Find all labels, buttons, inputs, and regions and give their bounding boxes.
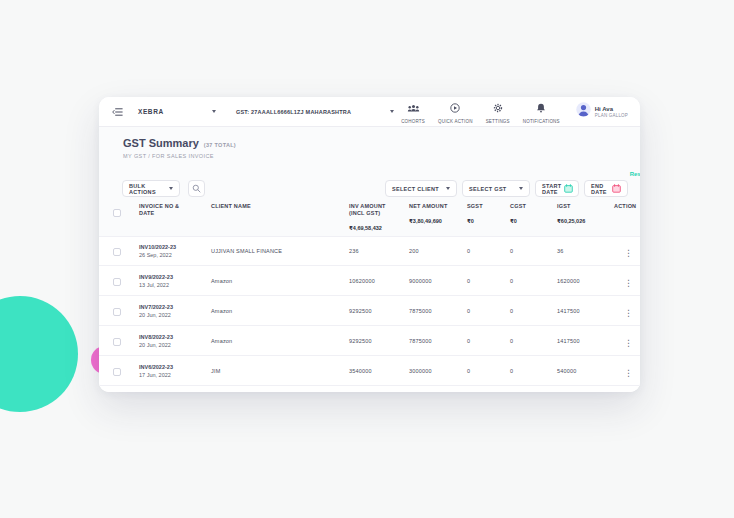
- inv-amount-value: 236: [349, 248, 409, 254]
- chevron-down-icon: [212, 110, 216, 113]
- filter-toolbar: BULK ACTIONS SELECT CLIENT SELECT GST: [122, 180, 628, 197]
- content-area: GST Summary (37 TOTAL) MY GST / FOR SALE…: [99, 127, 640, 392]
- total-inv-amount: ₹4,69,58,432: [349, 225, 409, 231]
- bulk-actions-dropdown[interactable]: BULK ACTIONS: [122, 180, 180, 197]
- row-actions-kebab-icon[interactable]: ⋮: [620, 367, 637, 380]
- search-button[interactable]: [188, 180, 205, 197]
- invoice-number: INV10/2022-23: [139, 243, 211, 251]
- sgst-value: 0: [467, 338, 510, 344]
- column-header-net-amount: NET AMOUNT: [409, 203, 455, 210]
- top-bar: XEBRA GST: 27AAALL6666L1ZJ MAHARASHTRA C…: [99, 97, 640, 127]
- calendar-icon: [564, 184, 573, 194]
- column-header-action: ACTION: [614, 203, 640, 210]
- cgst-value: 0: [510, 248, 557, 254]
- cgst-value: 0: [510, 308, 557, 314]
- table-row[interactable]: INV5/2022-23 14 Jun, 2022 ⋮: [99, 386, 640, 392]
- brand-name: XEBRA: [138, 108, 164, 115]
- client-name: Amazon: [211, 308, 349, 314]
- chevron-down-icon: [519, 187, 523, 190]
- column-header-sgst: SGST: [467, 203, 510, 210]
- select-client-label: SELECT CLIENT: [392, 186, 439, 192]
- user-plan: PLAN GALLOP: [595, 113, 628, 118]
- top-bar-actions: COHORTS QUICK ACTION SET: [401, 99, 628, 124]
- sgst-value: 0: [467, 248, 510, 254]
- sgst-value: 0: [467, 308, 510, 314]
- invoice-number: INV7/2022-23: [139, 303, 211, 311]
- select-client-dropdown[interactable]: SELECT CLIENT: [385, 180, 457, 197]
- gst-dropdown[interactable]: GST: 27AAALL6666L1ZJ MAHARASHTRA: [236, 109, 394, 115]
- nav-label: QUICK ACTION: [438, 119, 473, 124]
- row-checkbox[interactable]: [113, 278, 121, 286]
- table-row[interactable]: INV6/2022-23 17 Jun, 2022 JIM 3540000 30…: [99, 356, 640, 386]
- chevron-down-icon: [169, 187, 173, 190]
- nav-item-quick-action[interactable]: QUICK ACTION: [438, 99, 473, 124]
- reset-filters-link[interactable]: Reset: [630, 171, 640, 177]
- nav-label: COHORTS: [401, 119, 425, 124]
- row-actions-kebab-icon[interactable]: ⋮: [620, 277, 637, 290]
- table-row[interactable]: INV9/2022-23 13 Jul, 2022 Amazon 1062000…: [99, 266, 640, 296]
- net-amount-value: 7875000: [409, 308, 467, 314]
- nav-item-settings[interactable]: SETTINGS: [486, 99, 510, 124]
- nav-label: NOTIFICATIONS: [523, 119, 560, 124]
- net-amount-value: 9000000: [409, 278, 467, 284]
- row-checkbox[interactable]: [113, 338, 121, 346]
- search-icon: [192, 184, 201, 194]
- menu-collapse-icon[interactable]: [112, 107, 123, 117]
- table-row[interactable]: INV8/2022-23 20 Jun, 2022 Amazon 9292500…: [99, 326, 640, 356]
- row-checkbox[interactable]: [113, 248, 121, 256]
- igst-value: 36: [557, 248, 614, 254]
- net-amount-value: 7875000: [409, 338, 467, 344]
- cgst-value: 0: [510, 278, 557, 284]
- invoice-date: 20 Jun, 2022: [139, 341, 211, 349]
- inv-amount-value: 10620000: [349, 278, 409, 284]
- chevron-down-icon: [390, 110, 394, 113]
- page-title: GST Summary: [123, 137, 199, 149]
- nav-item-notifications[interactable]: NOTIFICATIONS: [523, 99, 560, 124]
- start-date-picker[interactable]: START DATE: [535, 180, 579, 197]
- invoice-number: INV6/2022-23: [139, 363, 211, 371]
- calendar-icon: [612, 184, 621, 194]
- inv-amount-value: 9292500: [349, 308, 409, 314]
- nav-label: SETTINGS: [486, 119, 510, 124]
- row-actions-kebab-icon[interactable]: ⋮: [620, 307, 637, 320]
- sgst-value: 0: [467, 368, 510, 374]
- company-dropdown[interactable]: XEBRA: [138, 108, 216, 115]
- bulk-actions-label: BULK ACTIONS: [129, 183, 169, 195]
- column-header-inv-amount: INV AMOUNT (INCL GST): [349, 203, 395, 217]
- app-window: XEBRA GST: 27AAALL6666L1ZJ MAHARASHTRA C…: [99, 97, 640, 392]
- gst-dropdown-value: GST: 27AAALL6666L1ZJ MAHARASHTRA: [236, 109, 351, 115]
- end-date-picker[interactable]: END DATE: [584, 180, 628, 197]
- row-checkbox[interactable]: [113, 368, 121, 376]
- row-actions-kebab-icon[interactable]: ⋮: [620, 247, 637, 260]
- user-greeting: Hi Ava: [595, 106, 628, 112]
- cgst-value: 0: [510, 338, 557, 344]
- igst-value: 540000: [557, 368, 614, 374]
- net-amount-value: 200: [409, 248, 467, 254]
- invoice-date: 13 Jul, 2022: [139, 281, 211, 289]
- invoice-date: 26 Sep, 2022: [139, 251, 211, 259]
- row-actions-kebab-icon[interactable]: ⋮: [620, 337, 637, 350]
- select-all-checkbox[interactable]: [113, 209, 121, 217]
- table-row[interactable]: INV7/2022-23 20 Jun, 2022 Amazon 9292500…: [99, 296, 640, 326]
- row-checkbox[interactable]: [113, 308, 121, 316]
- user-menu[interactable]: Hi Ava PLAN GALLOP: [576, 102, 628, 121]
- igst-value: 1417500: [557, 308, 614, 314]
- teal-circle-decoration: [0, 296, 78, 412]
- chevron-down-icon: [446, 187, 450, 190]
- record-count: (37 TOTAL): [204, 142, 236, 148]
- column-header-igst: IGST: [557, 203, 614, 210]
- invoice-date: 17 Jun, 2022: [139, 371, 211, 379]
- inv-amount-value: 3540000: [349, 368, 409, 374]
- nav-item-cohorts[interactable]: COHORTS: [401, 99, 425, 124]
- quick-action-icon: [450, 99, 460, 117]
- client-name: JIM: [211, 368, 349, 374]
- sgst-value: 0: [467, 278, 510, 284]
- notifications-icon: [536, 99, 546, 117]
- cgst-value: 0: [510, 368, 557, 374]
- table-row[interactable]: INV10/2022-23 26 Sep, 2022 UJJIVAN SMALL…: [99, 236, 640, 266]
- cohorts-icon: [407, 99, 420, 117]
- select-gst-dropdown[interactable]: SELECT GST: [462, 180, 530, 197]
- column-header-invoice: INVOICE NO & DATE: [139, 203, 181, 217]
- column-header-client: CLIENT NAME: [211, 203, 349, 210]
- avatar: [576, 102, 591, 121]
